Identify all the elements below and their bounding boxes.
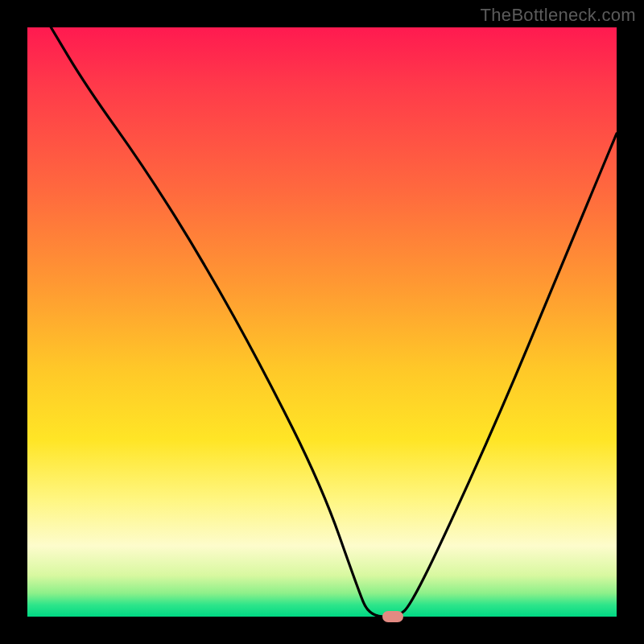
watermark-text: TheBottleneck.com	[481, 5, 636, 26]
plot-area	[27, 27, 617, 617]
chart-frame: TheBottleneck.com	[0, 0, 644, 644]
line-chart-svg	[27, 27, 617, 617]
bottleneck-curve-path	[51, 27, 617, 617]
optimal-marker	[382, 611, 403, 622]
